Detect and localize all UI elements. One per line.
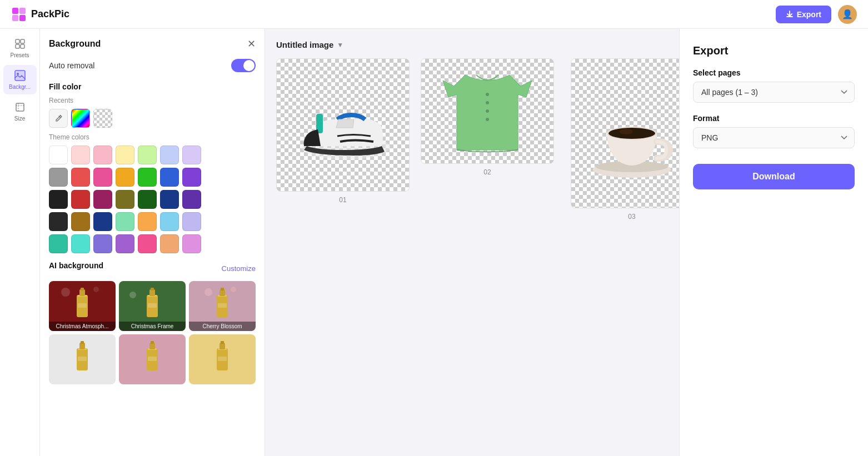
svg-rect-24 bbox=[148, 303, 157, 308]
canvas-thumb-01[interactable] bbox=[276, 58, 410, 192]
svg-point-49 bbox=[486, 93, 489, 96]
shirt-image bbox=[437, 64, 537, 158]
transparent-swatch[interactable] bbox=[93, 109, 112, 128]
theme-color-swatch[interactable] bbox=[138, 146, 157, 164]
eyedropper-swatch[interactable] bbox=[49, 109, 68, 128]
theme-color-swatch[interactable] bbox=[93, 212, 112, 231]
ai-bg-item-christmas-frame[interactable]: Christmas Frame bbox=[119, 281, 186, 331]
theme-color-swatch[interactable] bbox=[116, 234, 134, 253]
theme-color-swatch[interactable] bbox=[182, 146, 201, 164]
theme-color-swatch[interactable] bbox=[93, 234, 112, 253]
canvas-item-03: 03 bbox=[565, 58, 679, 221]
svg-point-51 bbox=[486, 109, 489, 113]
theme-colors-grid bbox=[49, 146, 256, 253]
theme-color-swatch[interactable] bbox=[182, 234, 201, 253]
theme-color-swatch[interactable] bbox=[182, 190, 201, 209]
canvas-title[interactable]: Untitled image bbox=[276, 40, 333, 49]
ai-bg-item-item-4[interactable] bbox=[49, 334, 116, 384]
ai-bg-item-christmas-atmosphere[interactable]: Christmas Atmosph... bbox=[49, 281, 116, 331]
canvas-thumb-02[interactable] bbox=[421, 58, 554, 164]
theme-color-swatch[interactable] bbox=[93, 190, 112, 209]
auto-removal-toggle[interactable] bbox=[231, 59, 256, 72]
theme-color-swatch[interactable] bbox=[49, 190, 68, 209]
fill-color-label: Fill color bbox=[49, 82, 256, 91]
theme-color-swatch[interactable] bbox=[116, 212, 134, 231]
canvas-item-label-03: 03 bbox=[628, 213, 635, 221]
shoe-image bbox=[287, 69, 398, 181]
toggle-knob bbox=[243, 60, 255, 71]
export-button[interactable]: Export bbox=[776, 6, 831, 23]
theme-color-swatch[interactable] bbox=[71, 212, 90, 231]
avatar[interactable]: 👤 bbox=[838, 5, 857, 24]
svg-rect-30 bbox=[221, 288, 224, 290]
theme-color-swatch[interactable] bbox=[182, 168, 201, 187]
size-icon bbox=[14, 101, 26, 113]
export-button-label: Export bbox=[797, 10, 821, 19]
theme-color-swatch[interactable] bbox=[116, 168, 134, 187]
theme-color-swatch[interactable] bbox=[138, 234, 157, 253]
sidebar-item-presets[interactable]: Presets bbox=[3, 33, 37, 63]
presets-icon bbox=[14, 38, 26, 50]
theme-color-swatch[interactable] bbox=[49, 234, 68, 253]
recents-row bbox=[49, 109, 256, 128]
download-button[interactable]: Download bbox=[693, 164, 855, 189]
canvas-header: Untitled image ▼ bbox=[276, 40, 668, 49]
format-label: Format bbox=[693, 114, 855, 123]
svg-point-57 bbox=[620, 129, 633, 134]
theme-color-swatch[interactable] bbox=[71, 168, 90, 187]
theme-color-swatch[interactable] bbox=[160, 146, 179, 164]
theme-color-swatch[interactable] bbox=[116, 146, 134, 164]
panel: Background ✕ Auto removal Fill color Rec… bbox=[40, 29, 265, 456]
theme-color-swatch[interactable] bbox=[160, 168, 179, 187]
ai-bg-item-cherry-blossom[interactable]: Cherry Blossom bbox=[189, 281, 256, 331]
theme-color-swatch[interactable] bbox=[138, 168, 157, 187]
theme-color-swatch[interactable] bbox=[49, 168, 68, 187]
svg-point-52 bbox=[486, 118, 489, 121]
ai-bg-item-item-6[interactable] bbox=[189, 334, 256, 384]
auto-removal-label: Auto removal bbox=[49, 61, 94, 70]
theme-color-swatch[interactable] bbox=[93, 146, 112, 164]
icon-sidebar: Presets Backgr... Size bbox=[0, 29, 40, 456]
main-layout: Presets Backgr... Size Background ✕ bbox=[0, 29, 868, 456]
color-picker-swatch[interactable] bbox=[71, 109, 90, 128]
theme-color-swatch[interactable] bbox=[160, 212, 179, 231]
theme-color-swatch[interactable] bbox=[182, 212, 201, 231]
ai-bg-item-item-5[interactable] bbox=[119, 334, 186, 384]
canvas-thumb-03[interactable] bbox=[571, 58, 679, 208]
theme-color-swatch[interactable] bbox=[160, 190, 179, 209]
theme-color-swatch[interactable] bbox=[138, 190, 157, 209]
svg-rect-6 bbox=[16, 44, 19, 48]
format-dropdown[interactable]: PNG JPG WebP PDF bbox=[693, 127, 855, 148]
theme-color-swatch[interactable] bbox=[71, 234, 90, 253]
theme-color-swatch[interactable] bbox=[71, 190, 90, 209]
customize-link[interactable]: Customize bbox=[222, 264, 256, 273]
recents-label: Recents bbox=[49, 97, 256, 104]
svg-point-56 bbox=[608, 128, 655, 139]
app-name: PackPic bbox=[31, 8, 69, 20]
theme-color-swatch[interactable] bbox=[116, 190, 134, 209]
theme-color-swatch[interactable] bbox=[49, 146, 68, 164]
svg-point-50 bbox=[486, 101, 489, 104]
svg-rect-4 bbox=[16, 39, 19, 43]
theme-color-swatch[interactable] bbox=[71, 146, 90, 164]
svg-rect-17 bbox=[81, 288, 84, 290]
close-button[interactable]: ✕ bbox=[247, 38, 256, 50]
svg-rect-2 bbox=[12, 15, 18, 21]
svg-rect-36 bbox=[78, 357, 87, 361]
canvas-area: Untitled image ▼ bbox=[265, 29, 679, 456]
sidebar-item-size[interactable]: Size bbox=[3, 97, 37, 126]
select-pages-dropdown[interactable]: All pages (1 – 3) Page 1 Page 2 Page 3 bbox=[693, 82, 855, 103]
theme-color-swatch[interactable] bbox=[49, 212, 68, 231]
sidebar-item-background[interactable]: Backgr... bbox=[3, 65, 37, 94]
svg-rect-41 bbox=[148, 357, 157, 361]
background-label: Backgr... bbox=[9, 84, 31, 90]
theme-color-swatch[interactable] bbox=[138, 212, 157, 231]
svg-rect-46 bbox=[218, 357, 227, 361]
theme-color-swatch[interactable] bbox=[160, 234, 179, 253]
svg-rect-45 bbox=[221, 341, 224, 344]
size-label: Size bbox=[14, 116, 25, 122]
background-icon bbox=[14, 69, 26, 82]
theme-color-swatch[interactable] bbox=[93, 168, 112, 187]
export-panel-title: Export bbox=[693, 44, 855, 57]
ai-bg-header: AI background Customize bbox=[49, 261, 256, 275]
